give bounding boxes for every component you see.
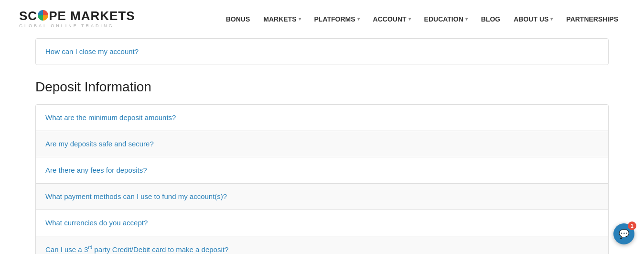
chevron-down-icon: ▾ xyxy=(299,16,301,22)
nav-link-bonus[interactable]: BONUS xyxy=(219,11,257,28)
faq-link-close-account[interactable]: How can I close my account? xyxy=(45,47,139,55)
logo-markets: PE MARKETS xyxy=(49,10,135,22)
nav-link-blog[interactable]: BLOG xyxy=(474,11,507,28)
faq-text-before-super: Can I use a 3 xyxy=(45,245,88,254)
main-content: How can I close my account? Deposit Info… xyxy=(16,38,628,254)
notification-badge: 1 xyxy=(628,221,636,230)
logo-scope: SC xyxy=(19,10,37,22)
chevron-down-icon: ▾ xyxy=(408,16,411,22)
faq-superscript: rd xyxy=(88,245,92,250)
nav-link-education[interactable]: EDUCATION ▾ xyxy=(418,11,474,28)
nav-link-platforms[interactable]: PLATFORMS ▾ xyxy=(308,11,366,28)
navbar: SCPE MARKETS GLOBAL ONLINE TRADING BONUS… xyxy=(0,0,644,38)
chevron-down-icon: ▾ xyxy=(550,16,553,22)
nav-item-bonus[interactable]: BONUS xyxy=(219,11,257,28)
nav-item-account[interactable]: ACCOUNT ▾ xyxy=(366,11,418,28)
nav-link-about-us[interactable]: ABOUT US ▾ xyxy=(507,11,559,28)
nav-links: BONUS MARKETS ▾ PLATFORMS ▾ ACCOUNT ▾ ED… xyxy=(164,11,625,28)
faq-list: What are the minimum deposit amounts? Ar… xyxy=(35,104,609,254)
logo[interactable]: SCPE MARKETS GLOBAL ONLINE TRADING xyxy=(19,10,135,28)
faq-link-fees-deposits[interactable]: Are there any fees for deposits? xyxy=(45,166,147,174)
logo-text: SCPE MARKETS xyxy=(19,10,135,22)
chevron-down-icon: ▾ xyxy=(357,16,360,22)
nav-link-account[interactable]: ACCOUNT ▾ xyxy=(366,11,418,28)
faq-link-third-party-card[interactable]: Can I use a 3rd party Credit/Debit card … xyxy=(45,245,228,254)
chevron-down-icon: ▾ xyxy=(465,16,468,22)
nav-link-partnerships[interactable]: PARTNERSHIPS xyxy=(559,11,625,28)
nav-item-platforms[interactable]: PLATFORMS ▾ xyxy=(308,11,366,28)
float-button[interactable]: 💬 1 xyxy=(613,223,634,244)
chat-icon: 💬 xyxy=(619,229,629,239)
faq-item[interactable]: What payment methods can I use to fund m… xyxy=(36,184,608,210)
section-title: Deposit Information xyxy=(35,79,609,95)
faq-item[interactable]: What currencies do you accept? xyxy=(36,210,608,236)
faq-item[interactable]: Are my deposits safe and secure? xyxy=(36,131,608,157)
faq-link-deposits-safe[interactable]: Are my deposits safe and secure? xyxy=(45,140,154,148)
faq-link-payment-methods[interactable]: What payment methods can I use to fund m… xyxy=(45,192,227,200)
logo-subtitle: GLOBAL ONLINE TRADING xyxy=(19,23,114,28)
faq-link-minimum-deposit[interactable]: What are the minimum deposit amounts? xyxy=(45,113,176,121)
faq-item[interactable]: What are the minimum deposit amounts? xyxy=(36,105,608,131)
nav-item-blog[interactable]: BLOG xyxy=(474,11,507,28)
nav-item-about-us[interactable]: ABOUT US ▾ xyxy=(507,11,559,28)
nav-link-markets[interactable]: MARKETS ▾ xyxy=(257,11,307,28)
nav-item-markets[interactable]: MARKETS ▾ xyxy=(257,11,307,28)
faq-text-after-super: party Credit/Debit card to make a deposi… xyxy=(92,245,228,254)
nav-item-partnerships[interactable]: PARTNERSHIPS xyxy=(559,11,625,28)
faq-link-currencies[interactable]: What currencies do you accept? xyxy=(45,219,148,227)
faq-item-top[interactable]: How can I close my account? xyxy=(35,38,609,65)
faq-item[interactable]: Can I use a 3rd party Credit/Debit card … xyxy=(36,236,608,254)
logo-circle-icon xyxy=(38,10,48,21)
faq-item[interactable]: Are there any fees for deposits? xyxy=(36,157,608,184)
nav-item-education[interactable]: EDUCATION ▾ xyxy=(418,11,474,28)
